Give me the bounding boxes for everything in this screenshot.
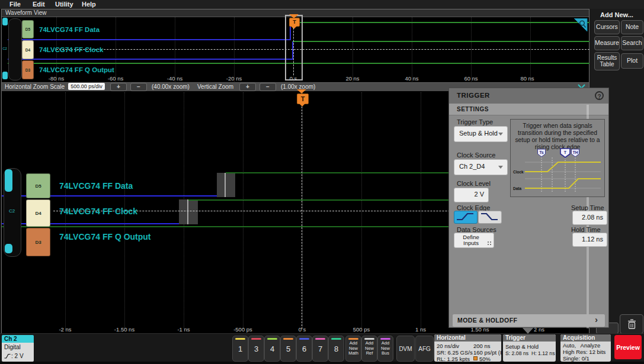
ch2-mode: Digital xyxy=(4,344,21,350)
trigger-badge[interactable]: Trigger Setup & Hold S: 2.08 ns H: 1.12 … xyxy=(503,334,556,362)
channel-5-button[interactable]: 5 xyxy=(280,336,296,362)
group-handle-top-grip[interactable] xyxy=(2,18,8,25)
hold-time-field[interactable]: 1.12 ns xyxy=(572,233,607,247)
mode-holdoff-bar[interactable]: MODE & HOLDOFF › xyxy=(453,314,605,327)
menu-utility[interactable]: Utility xyxy=(55,1,73,8)
math-color-stripe xyxy=(348,338,358,340)
clock-low-trace xyxy=(8,59,293,60)
channel-badge-d5[interactable]: D5 xyxy=(26,173,50,198)
channel-color-stripe xyxy=(283,338,293,340)
clock-level-value: 2 V xyxy=(474,191,484,198)
v-zoom-plus-button[interactable]: + xyxy=(239,83,256,91)
channel-number: 5 xyxy=(281,344,296,353)
axis-tick: 0 s xyxy=(278,75,309,82)
rising-edge-button[interactable] xyxy=(454,211,478,224)
v-zoom-minus-button[interactable]: − xyxy=(259,83,276,91)
trigger-line-overview xyxy=(293,28,294,75)
clock-level-field[interactable]: 2 V xyxy=(454,188,489,202)
menu-file[interactable]: File xyxy=(9,1,21,8)
results-table-button[interactable]: Results Table xyxy=(594,52,620,70)
clock-source-dropdown[interactable]: Ch 2_D4 xyxy=(454,159,508,175)
channel-1-button[interactable]: 1 xyxy=(232,336,248,362)
channel-color-stripe xyxy=(251,338,261,340)
data-high-trace xyxy=(290,22,589,23)
bus-color-stripe xyxy=(380,338,390,340)
channel-8-button[interactable]: 8 xyxy=(328,336,344,362)
waveform-view-title: Waveform View xyxy=(5,9,46,16)
define-inputs-button[interactable]: Define Inputs xyxy=(454,233,494,248)
trigger-type-label: Trigger Type xyxy=(457,118,493,125)
cursors-button[interactable]: Cursors xyxy=(594,20,620,34)
chevron-down-icon xyxy=(498,166,503,169)
rising-edge-icon xyxy=(454,211,476,222)
group-handle-bottom-grip[interactable] xyxy=(5,244,12,253)
ref-color-stripe xyxy=(364,338,374,340)
trash-icon xyxy=(627,319,636,329)
measure-button[interactable]: Measure xyxy=(594,36,620,50)
channel-badge-d4[interactable]: D4 xyxy=(26,199,50,227)
channel-4-button[interactable]: 4 xyxy=(264,336,280,362)
search-button[interactable]: Search xyxy=(621,36,643,50)
channel-badge-d4[interactable]: D4 xyxy=(22,40,34,59)
data-low-trace xyxy=(8,39,290,40)
acquisition-badge[interactable]: Acquisition Auto, Analyze High Res: 12 b… xyxy=(560,334,611,362)
axis-tick: 80 ns xyxy=(512,75,543,82)
group-handle-label: C2 xyxy=(4,208,20,214)
add-new-math-button[interactable]: Add New Math xyxy=(345,336,361,362)
oscilloscope-app: File Edit Utility Help Waveform View T C… xyxy=(0,0,644,364)
horizontal-zoom-scale-input[interactable]: 500.00 ps/div xyxy=(68,83,105,90)
trigger-description-box: Trigger when data signals transition dur… xyxy=(510,119,605,197)
channel-badge-d3[interactable]: D3 xyxy=(26,228,50,256)
zoom-overview-icon[interactable] xyxy=(574,18,588,32)
help-icon[interactable]: ? xyxy=(595,91,604,100)
horizontal-badge[interactable]: Horizontal 20 ns/div 200 ns SR: 6.25 GS/… xyxy=(434,334,501,362)
channel-badge-d3[interactable]: D3 xyxy=(22,60,34,79)
channel-7-button[interactable]: 7 xyxy=(312,336,328,362)
acquisition-resolution: High Res: 12 bits xyxy=(563,349,605,355)
delete-button[interactable] xyxy=(620,314,643,334)
channel-label-data: 74LVCG74 FF Data xyxy=(39,26,100,33)
afg-button[interactable]: AFG xyxy=(415,336,434,362)
trigger-type-dropdown[interactable]: Setup & Hold xyxy=(454,126,508,142)
data-transition-marker xyxy=(225,173,226,197)
digital-group-handle[interactable] xyxy=(8,18,22,80)
channel-badge-d5[interactable]: D5 xyxy=(22,20,34,38)
group-handle-label: C2 xyxy=(1,47,9,50)
h-zoom-plus-button[interactable]: + xyxy=(110,83,127,91)
axis-tick: -1.50 ns xyxy=(109,326,140,333)
dvm-button[interactable]: DVM xyxy=(396,336,415,362)
setup-time-value: 2.08 ns xyxy=(582,214,603,221)
trigger-panel-title: TRIGGER xyxy=(457,92,490,99)
clock-source-label: Clock Source xyxy=(457,152,495,159)
preview-button[interactable]: Preview xyxy=(614,335,642,359)
sample-resolution: 160 ps/pt (IT) xyxy=(473,349,501,356)
trigger-position-arrow-icon[interactable] xyxy=(297,89,306,94)
add-new-ref-button[interactable]: Add New Ref xyxy=(361,336,377,362)
trigger-panel-header[interactable]: TRIGGER ? xyxy=(449,88,608,104)
setup-time-field[interactable]: 2.08 ns xyxy=(572,211,607,225)
axis-tick: -80 ns xyxy=(41,75,72,82)
settings-tab[interactable]: SETTINGS xyxy=(449,104,608,115)
plot-button[interactable]: Plot xyxy=(621,53,643,69)
axis-tick: 60 ns xyxy=(456,75,486,82)
channel-3-button[interactable]: 3 xyxy=(248,336,264,362)
channel-6-button[interactable]: 6 xyxy=(296,336,312,362)
settings-tab-label: SETTINGS xyxy=(457,106,489,112)
add-new-bus-button[interactable]: Add New Bus xyxy=(377,336,393,362)
ch2-channel-badge[interactable]: Ch 2 Digital : 2 V xyxy=(2,335,34,362)
horizontal-scale: 20 ns/div xyxy=(437,343,459,349)
h-zoom-factor: (40.00x zoom) xyxy=(152,83,190,90)
note-button[interactable]: Note xyxy=(621,20,643,34)
group-handle-top-grip[interactable] xyxy=(5,169,12,192)
clock-high-trace xyxy=(293,41,589,42)
clock-source-value: Ch 2_D4 xyxy=(459,163,485,170)
channel-number: 3 xyxy=(249,344,264,353)
h-zoom-minus-button[interactable]: − xyxy=(130,83,147,91)
menu-edit[interactable]: Edit xyxy=(33,1,45,8)
trigger-times-summary: S: 2.08 ns H: 1.12 ns xyxy=(505,350,555,356)
group-handle-bottom-grip[interactable] xyxy=(2,72,8,79)
dvm-label: DVM xyxy=(397,346,414,352)
expand-icon xyxy=(487,241,492,246)
falling-edge-button[interactable] xyxy=(478,211,502,224)
menu-help[interactable]: Help xyxy=(82,1,96,8)
